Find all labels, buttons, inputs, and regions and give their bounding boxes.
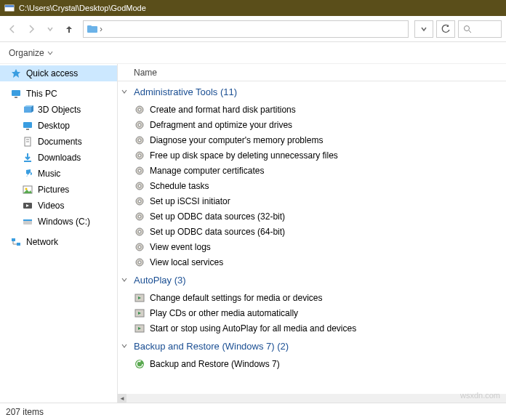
svg-point-45 <box>138 230 141 233</box>
list-item[interactable]: Set up ODBC data sources (32-bit) <box>118 209 506 224</box>
item-label: View event logs <box>150 242 211 252</box>
group-header[interactable]: AutoPlay (3) <box>118 270 506 290</box>
item-label: Start or stop using AutoPlay for all med… <box>150 323 356 334</box>
item-label: Backup and Restore (Windows 7) <box>150 359 280 369</box>
item-icon <box>134 134 145 146</box>
svg-point-41 <box>138 200 141 203</box>
list-item[interactable]: Diagnose your computer's memory problems <box>118 132 506 148</box>
sidebar-item-label: Desktop <box>38 121 70 131</box>
horizontal-scrollbar[interactable]: ◄ <box>118 394 506 403</box>
sidebar-network[interactable]: Network <box>0 234 117 250</box>
sidebar-item-label: Videos <box>38 201 64 211</box>
file-list: Name Administrative Tools (11)Create and… <box>118 64 506 403</box>
list-item[interactable]: View event logs <box>118 239 506 254</box>
item-label: Defragment and optimize your drives <box>150 120 292 130</box>
item-icon <box>134 257 145 268</box>
sidebar-item[interactable]: Windows (C:) <box>0 214 117 230</box>
svg-point-31 <box>138 124 141 126</box>
sidebar-item[interactable]: Videos <box>0 198 117 214</box>
item-icon <box>134 211 145 222</box>
item-icon <box>134 226 145 238</box>
scroll-left-button[interactable]: ◄ <box>118 394 126 403</box>
body: Quick access This PC 3D ObjectsDesktopDo… <box>0 64 506 403</box>
list-item[interactable]: Set up iSCSI initiator <box>118 193 506 209</box>
item-icon <box>134 307 145 319</box>
sidebar-item-label: Downloads <box>38 153 81 163</box>
list-item[interactable]: Start or stop using AutoPlay for all med… <box>118 320 506 336</box>
sidebar-item[interactable]: Music <box>0 166 117 182</box>
svg-point-4 <box>465 25 470 31</box>
folder-icon <box>22 120 33 132</box>
sidebar-item-label: Network <box>26 237 58 247</box>
explorer-icon <box>4 3 15 13</box>
folder-icon <box>22 200 33 211</box>
sidebar-this-pc[interactable]: This PC <box>0 86 117 102</box>
group-header[interactable]: Administrative Tools (11) <box>118 81 506 102</box>
sidebar-item-label: Pictures <box>38 185 69 195</box>
address-bar[interactable]: › <box>83 20 409 38</box>
sidebar-item[interactable]: 3D Objects <box>0 102 117 118</box>
folder-icon <box>22 184 33 195</box>
chevron-down-icon <box>121 88 131 95</box>
sidebar-item[interactable]: Desktop <box>0 118 117 134</box>
group-header[interactable]: Backup and Restore (Windows 7) (2) <box>118 336 506 356</box>
item-icon <box>134 165 145 177</box>
folder-icon <box>22 216 33 227</box>
item-label: Manage computer certificates <box>150 166 264 176</box>
list-item[interactable]: Defragment and optimize your drives <box>118 117 506 132</box>
folder-icon <box>22 168 33 179</box>
svg-point-39 <box>138 185 141 187</box>
list-item[interactable]: Set up ODBC data sources (64-bit) <box>118 224 506 239</box>
chevron-right-icon: › <box>98 24 104 34</box>
svg-point-19 <box>25 188 28 190</box>
list-item[interactable]: Change default settings for media or dev… <box>118 290 506 305</box>
svg-rect-3 <box>87 25 92 28</box>
sidebar-item-label: Music <box>38 169 60 179</box>
organize-menu[interactable]: Organize <box>9 48 53 58</box>
item-icon <box>134 104 145 116</box>
list-item[interactable]: Schedule tasks <box>118 178 506 193</box>
svg-rect-9 <box>24 107 31 113</box>
group-name: AutoPlay (3) <box>134 275 186 286</box>
svg-point-49 <box>138 261 141 264</box>
svg-point-47 <box>138 246 141 249</box>
refresh-button[interactable] <box>436 20 455 38</box>
item-icon <box>134 180 145 192</box>
svg-rect-25 <box>17 243 20 246</box>
group-name: Administrative Tools (11) <box>134 86 237 97</box>
forward-button[interactable] <box>23 21 39 37</box>
item-label: Schedule tasks <box>150 181 209 191</box>
up-button[interactable] <box>61 21 77 37</box>
item-label: Set up iSCSI initiator <box>150 196 230 206</box>
address-dropdown[interactable] <box>414 20 433 38</box>
item-label: Change default settings for media or dev… <box>150 293 322 303</box>
back-button[interactable] <box>4 21 20 37</box>
list-item[interactable]: Manage computer certificates <box>118 163 506 178</box>
chevron-down-icon <box>47 50 53 56</box>
sidebar-quick-access[interactable]: Quick access <box>0 65 117 81</box>
network-icon <box>10 236 22 248</box>
folder-icon <box>22 104 33 116</box>
search-box[interactable] <box>458 20 502 38</box>
chevron-down-icon <box>121 342 131 350</box>
list-item[interactable]: Play CDs or other media automatically <box>118 305 506 320</box>
titlebar: C:\Users\Crystal\Desktop\GodMode <box>0 0 506 16</box>
list-item[interactable]: View local services <box>118 254 506 270</box>
list-item[interactable]: Backup and Restore (Windows 7) <box>118 356 506 371</box>
sidebar-item-label: Windows (C:) <box>38 217 90 227</box>
svg-marker-6 <box>12 69 20 78</box>
item-icon <box>134 150 145 161</box>
sidebar-item-label: Quick access <box>26 68 78 78</box>
navigation-pane: Quick access This PC 3D ObjectsDesktopDo… <box>0 64 118 403</box>
sidebar-item[interactable]: Documents <box>0 134 117 150</box>
list-item[interactable]: Free up disk space by deleting unnecessa… <box>118 148 506 163</box>
svg-point-35 <box>138 154 141 157</box>
item-icon <box>134 195 145 207</box>
column-header-name[interactable]: Name <box>118 64 506 81</box>
status-bar: 207 items <box>0 403 506 420</box>
sidebar-item[interactable]: Pictures <box>0 182 117 198</box>
sidebar-item[interactable]: Downloads <box>0 150 117 166</box>
recent-dropdown[interactable] <box>42 21 58 37</box>
sidebar-item-label: 3D Objects <box>38 105 81 115</box>
list-item[interactable]: Create and format hard disk partitions <box>118 102 506 117</box>
